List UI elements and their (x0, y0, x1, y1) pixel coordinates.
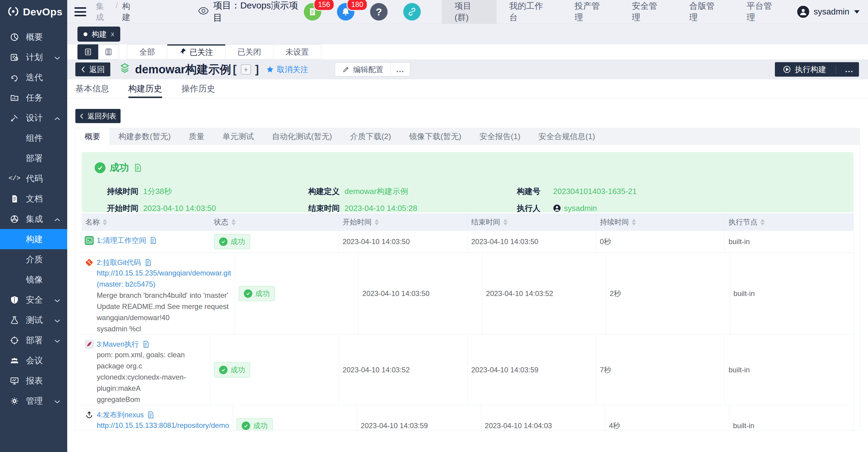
user-menu[interactable]: sysadmin (796, 5, 860, 19)
run-more-button[interactable]: ... (840, 65, 859, 74)
header-duration[interactable]: 持续时间 (596, 213, 725, 231)
tab-all[interactable]: 全部 (127, 44, 167, 59)
sort-icon[interactable] (503, 219, 507, 225)
header-start-time[interactable]: 开始时间 (339, 213, 468, 231)
more-actions-button[interactable]: ... (391, 63, 410, 76)
header-end-time[interactable]: 结束时间 (468, 213, 596, 231)
header-status[interactable]: 状态 (210, 213, 339, 231)
step-log-icon[interactable] (144, 259, 152, 266)
tab-followed[interactable]: 已关注 (167, 44, 225, 59)
header-name[interactable]: 名称 (82, 213, 210, 231)
chevron-down-icon (54, 295, 61, 305)
sidebar-item-docs[interactable]: 文档 (0, 189, 67, 209)
close-icon[interactable]: x (111, 30, 114, 38)
tab-compliance-info[interactable]: 安全合规信息(1) (530, 128, 604, 145)
status-badge: 成功 (239, 286, 275, 301)
step-link[interactable]: 3:Maven执行 (97, 339, 139, 349)
code-icon: </> (10, 174, 19, 183)
run-build-button[interactable]: 执行构建 ... (775, 62, 859, 77)
git-branch-link[interactable]: (master: b2c5475) (97, 279, 156, 290)
tab-chip-build[interactable]: 构建 x (78, 27, 120, 41)
sidebar-item-components[interactable]: 组件 (0, 128, 67, 148)
tab-closed[interactable]: 已关闭 (225, 44, 273, 59)
tab-quality[interactable]: 质量 (180, 128, 213, 145)
unfollow-link[interactable]: 取消关注 (266, 64, 308, 75)
step-link[interactable]: 1:清理工作空间 (97, 236, 146, 245)
back-button[interactable]: 返回 (75, 62, 110, 76)
executor-link[interactable]: sysadmin (564, 204, 597, 213)
tab-operation-history[interactable]: 操作历史 (181, 79, 215, 98)
back-to-list-button[interactable]: 返回列表 (75, 109, 121, 123)
sort-icon[interactable] (632, 219, 636, 225)
link-button[interactable] (403, 3, 421, 21)
status-badge: 成功 (237, 418, 273, 430)
active-dot-icon (84, 32, 87, 36)
sidebar-item-security[interactable]: 安全 (0, 290, 67, 310)
sidebar-item-meeting[interactable]: 会议 (0, 350, 67, 370)
tab-media-download[interactable]: 介质下载(2) (341, 128, 400, 145)
tab-basic-info[interactable]: 基本信息 (75, 79, 109, 98)
exec-node: built-in (725, 335, 854, 405)
nav-production-mgmt[interactable]: 投产管理 (562, 0, 619, 24)
card-view-toggle[interactable] (98, 44, 119, 59)
edit-config-button[interactable]: 编辑配置 (335, 63, 391, 76)
sidebar-nav: 概要 计划 迭代 任务 设计 组件 部署 </> (0, 24, 67, 411)
tab-security-report[interactable]: 安全报告(1) (470, 128, 530, 145)
sidebar-item-task[interactable]: 任务 (0, 87, 67, 108)
header-exec-node[interactable]: 执行节点 (725, 213, 854, 231)
tab-build-history[interactable]: 构建历史 (128, 79, 162, 98)
sidebar-item-image[interactable]: 镜像 (0, 270, 67, 290)
tab-unset[interactable]: 未设置 (273, 44, 321, 59)
nav-platform-mgmt[interactable]: 平台管理 (734, 0, 791, 24)
step-link[interactable]: 2:拉取Git代码 (97, 258, 141, 267)
iteration-icon (10, 73, 19, 82)
sidebar-item-deploy-design[interactable]: 部署 (0, 148, 67, 168)
nav-version-mgmt[interactable]: 合版管理 (677, 0, 734, 24)
sidebar-item-media[interactable]: 介质 (0, 249, 67, 270)
sidebar-item-test[interactable]: 测试 (0, 310, 67, 330)
shield-icon (10, 295, 19, 305)
step-log-icon[interactable] (147, 411, 155, 419)
tab-unit-test[interactable]: 单元测试 (213, 128, 263, 145)
sidebar-item-design[interactable]: 设计 (0, 108, 67, 128)
sort-icon[interactable] (761, 219, 765, 225)
sidebar-item-integration[interactable]: 集成 (0, 209, 67, 229)
git-url-link[interactable]: http://10.15.15.235/wangqian/demowar.git (97, 267, 231, 279)
field-build-definition: 构建定义 demowar构建示例 (308, 183, 517, 200)
sort-icon[interactable] (103, 219, 107, 225)
tab-automation-test[interactable]: 自动化测试(暂无) (263, 128, 341, 145)
sidebar-item-deploy[interactable]: 部署 (0, 330, 67, 350)
sidebar-item-build[interactable]: 构建 (0, 229, 67, 249)
nav-security-mgmt[interactable]: 安全管理 (619, 0, 677, 24)
list-view-toggle[interactable] (78, 44, 98, 59)
build-log-icon[interactable] (133, 163, 142, 172)
step-link[interactable]: 4:发布到nexus (97, 410, 144, 420)
sidebar-item-plan[interactable]: 计划 (0, 47, 67, 67)
step-log-icon[interactable] (149, 236, 157, 245)
breadcrumb-parent[interactable]: 集成 (96, 1, 112, 23)
sort-icon[interactable] (375, 219, 379, 225)
build-layers-icon (119, 63, 131, 76)
add-button[interactable]: + (241, 64, 251, 75)
star-icon (266, 65, 274, 73)
sidebar-item-iteration[interactable]: 迭代 (0, 67, 67, 87)
sidebar-item-overview[interactable]: 概要 (0, 27, 67, 47)
notifications-bell-button[interactable]: 180 (337, 3, 354, 21)
sidebar-item-manage[interactable]: 管理 (0, 391, 67, 411)
nav-my-workbench[interactable]: 我的工作台 (497, 0, 562, 24)
step-log-icon[interactable] (142, 340, 150, 348)
nexus-url-link[interactable]: http://10.15.15.133:8081/repository/demo (97, 420, 229, 430)
terminal-icon (85, 236, 94, 245)
duration: 0秒 (596, 231, 725, 253)
todo-doc-button[interactable]: 156 (304, 3, 321, 21)
sort-icon[interactable] (231, 219, 236, 225)
nav-projects[interactable]: 项目(群) (442, 0, 496, 24)
tab-image-download[interactable]: 镜像下载(暂无) (400, 128, 470, 145)
tab-build-params[interactable]: 构建参数(暂无) (110, 128, 180, 145)
help-button[interactable]: ? (370, 3, 388, 21)
sidebar-item-code[interactable]: </> 代码 (0, 168, 67, 189)
hamburger-menu-icon[interactable] (74, 7, 86, 16)
sidebar-item-report[interactable]: 报表 (0, 370, 67, 391)
user-icon (553, 204, 561, 212)
tab-summary[interactable]: 概要 (76, 128, 110, 145)
